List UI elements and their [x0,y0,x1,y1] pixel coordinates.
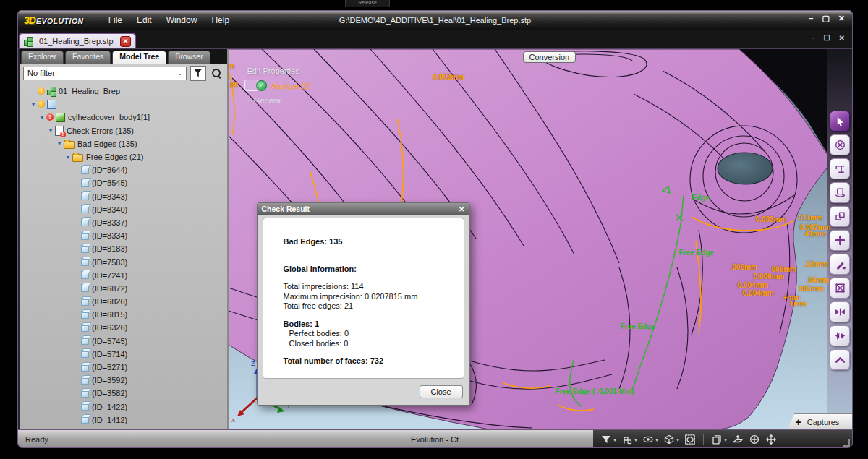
tree-item[interactable]: (ID=8340) [20,203,227,216]
viewport-canvas[interactable]: Z Y X m.000.003mm0.003mm011mm0.007mm41mm… [229,49,828,429]
tree-item[interactable]: ▾Free Edges (21) [20,150,227,163]
save-icon[interactable] [278,14,291,27]
tab-browser[interactable]: Browser [168,51,210,64]
document-tab-close-icon[interactable]: ✕ [120,36,131,47]
child-close-button[interactable]: ✕ [839,34,845,42]
tree-item[interactable]: (ID=6815) [20,308,227,321]
tree-item[interactable]: (ID=7583) [20,255,227,268]
tree-item[interactable]: (ID=6826) [20,295,227,308]
tree-item-label: (ID=6815) [92,310,127,319]
datum-plane-button[interactable] [732,434,744,445]
analyze-item[interactable]: Analyze (1) [271,82,312,90]
captures-tab[interactable]: + Captures [788,413,854,429]
filter-funnel-button[interactable] [190,66,206,81]
edit-geometry-button[interactable] [830,254,850,275]
tab-model-tree[interactable]: Model Tree [112,51,166,64]
document-tab[interactable]: 01_Healing_Brep.stp ✕ [19,33,136,48]
add-capture-icon[interactable]: + [796,416,801,429]
cube-icon [81,166,89,174]
selection-set-button[interactable]: ▾ [621,434,637,445]
measurement-label: 0.003mm [433,73,464,81]
status-ready: Ready [25,435,48,444]
tree-expander-icon[interactable]: ▾ [55,140,64,147]
tree-item[interactable]: (ID=1412) [20,413,227,426]
session-log-icon[interactable] [316,14,328,27]
tree-item[interactable]: (ID=5714) [20,348,227,361]
cube-icon [81,232,89,240]
measure-probe-button[interactable] [830,158,850,179]
close-button[interactable]: ✕ [838,14,845,23]
select-cursor-button[interactable] [830,111,850,132]
menu-window[interactable]: Window [165,14,199,27]
measurement-label: m [229,62,235,70]
tree-item-label: (ID=8334) [92,231,127,240]
tree-item-label: (ID=6826) [92,297,127,306]
tree-expander-icon[interactable]: ▾ [46,127,55,134]
tree-item[interactable]: (ID=1422) [20,400,227,413]
general-item[interactable]: General [254,96,282,105]
tree-item[interactable]: (ID=6326) [20,321,227,334]
clipping-box-button[interactable] [684,434,696,445]
tree-item[interactable]: (ID=6872) [20,282,227,295]
dialog-close-button[interactable]: Close [420,385,463,398]
open-file-icon[interactable] [260,14,272,27]
tree-item[interactable]: ▾! [20,98,227,111]
tree-item[interactable]: (ID=8334) [20,229,227,242]
tree-item[interactable]: (ID=7241) [20,269,227,282]
dialog-titlebar[interactable]: Check Result ✕ [258,203,469,215]
rotate-view-button[interactable] [830,182,850,203]
child-restore-button[interactable]: ❐ [824,34,830,42]
cube-icon [81,416,89,424]
tab-favorites[interactable]: Favorites [65,51,111,64]
filter-combobox[interactable]: No filter ⌄ [23,67,187,80]
collapse-panel-button[interactable] [830,349,850,370]
menu-edit[interactable]: Edit [135,14,153,27]
tree-item[interactable]: (ID=8343) [20,190,227,203]
maximize-button[interactable]: ▢ [822,14,829,23]
tree-item[interactable]: !01_Healing_Brep [20,85,227,98]
undo-icon[interactable] [297,14,310,27]
merge-edges-button[interactable] [830,301,850,322]
tree-item[interactable]: (ID=5745) [20,335,227,348]
tree-item[interactable]: ▾!cylheadcover_body1[1] [20,111,227,124]
resize-grip-icon[interactable] [843,439,850,447]
search-button[interactable] [210,67,223,80]
visibility-eye-button[interactable]: ▾ [642,434,658,445]
menu-file[interactable]: File [107,14,124,27]
tree-item[interactable]: ▾Check Errors (135) [20,124,227,137]
tree-item[interactable]: ▾Bad Edges (135) [20,137,227,150]
conversion-button[interactable]: Conversion [523,51,576,63]
dialog-close-icon[interactable]: ✕ [459,205,464,213]
free-edge-label: Free Edge [679,249,714,257]
menu-help[interactable]: Help [210,14,231,27]
tree-item-label: (ID=5714) [92,350,127,359]
expand-edges-button[interactable] [830,325,850,346]
dialog-text-line: Total imprecisions: 114 [284,282,456,292]
tree-expander-icon[interactable]: ▾ [64,154,72,160]
tree-item[interactable]: (ID=3582) [20,387,227,400]
deselect-button[interactable] [830,134,850,155]
add-button[interactable] [830,230,850,251]
license-key-icon[interactable] [241,14,253,27]
filter-funnel-button[interactable]: ▾ [600,434,616,445]
minimize-button[interactable]: – [809,14,813,23]
tree-item[interactable]: (ID=3592) [20,374,227,387]
pages-button[interactable]: ▾ [711,434,727,445]
tab-explorer[interactable]: Explorer [21,51,64,64]
center-view-button[interactable] [749,434,760,445]
tree-item[interactable]: (ID=8337) [20,216,227,229]
tree-item[interactable]: (ID=8545) [20,176,227,189]
tree-expander-icon[interactable]: ▾ [38,114,46,121]
free-edge-label: Free Edge [621,322,655,330]
cube-icon [81,324,89,332]
render-mode-button[interactable]: ▾ [663,434,679,445]
child-minimize-button[interactable]: – [811,34,815,42]
tree-item[interactable]: (ID=8183) [20,242,227,255]
tree-expander-icon[interactable]: ▾ [29,101,38,108]
duplicate-body-button[interactable] [830,206,850,227]
tree-item[interactable]: (ID=8644) [20,163,227,176]
chevron-down-icon: ▾ [613,437,616,443]
tree-item[interactable]: (ID=5271) [20,361,227,374]
pan-button[interactable] [765,434,777,445]
delete-region-button[interactable] [830,278,850,299]
